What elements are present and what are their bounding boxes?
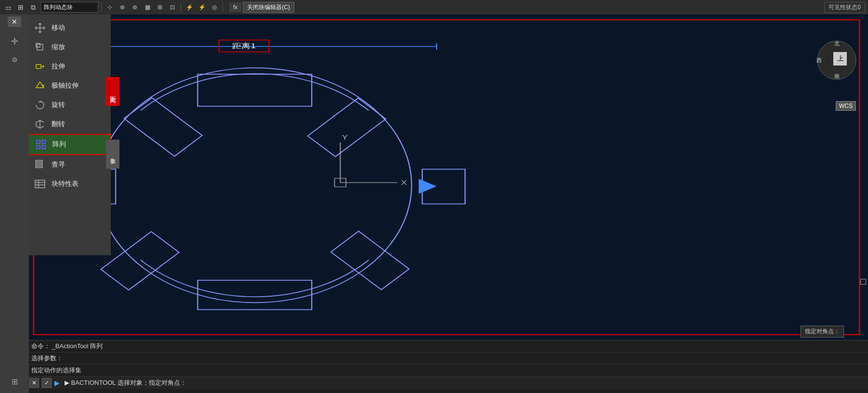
svg-rect-25 xyxy=(308,98,386,157)
close-block-editor-button[interactable]: 关闭块编辑器(C) xyxy=(243,2,294,13)
svg-rect-8 xyxy=(36,166,42,168)
params-tab[interactable]: 参数集 xyxy=(106,140,119,169)
toolbar-btn-6[interactable]: ⊡ xyxy=(167,2,178,13)
sidebar-item-stretch-label: 拉伸 xyxy=(52,62,65,71)
svg-text:Y: Y xyxy=(342,134,348,142)
toolbar-btn-circle[interactable]: ◎ xyxy=(209,2,220,13)
rotate-icon xyxy=(33,98,47,112)
search-icon xyxy=(33,158,47,171)
cmd-input-row: ✕ ✓ ▶ ▶ BACTIONTOOL 选择对象；指定对角点： xyxy=(26,377,868,389)
svg-text:上: 上 xyxy=(837,55,844,62)
toolbar-title: 阵列动态块 xyxy=(40,2,98,13)
scale-icon xyxy=(33,40,47,54)
cmd-input-field[interactable] xyxy=(189,380,865,387)
svg-rect-2 xyxy=(37,140,40,144)
sidebar-item-polar-stretch[interactable]: 极轴拉伸 xyxy=(26,76,111,95)
cmd-arrow: ▶ xyxy=(54,379,60,387)
sidebar-item-array-label: 阵列 xyxy=(53,140,66,149)
sidebar-item-rotate-label: 旋转 xyxy=(52,101,65,109)
stretch-icon xyxy=(33,60,47,73)
main-canvas[interactable]: 距离1 xyxy=(26,14,868,340)
toolbar-sep-2 xyxy=(181,2,181,12)
svg-rect-20 xyxy=(197,74,312,106)
svg-rect-7 xyxy=(36,163,42,165)
sidebar-item-stretch[interactable]: 拉伸 xyxy=(26,57,111,76)
svg-rect-9 xyxy=(35,180,45,188)
right-tab[interactable]: 距离 xyxy=(106,77,119,106)
svg-rect-0 xyxy=(36,43,40,47)
svg-text:南: 南 xyxy=(834,73,840,79)
sidebar-item-search[interactable]: 查寻 xyxy=(26,155,111,174)
left-panel: ✕ ✛ ⚙ ⊞ xyxy=(0,14,29,393)
array-icon xyxy=(34,138,48,151)
panel-grid-icon[interactable]: ⊞ xyxy=(5,372,24,391)
sidebar-item-flip[interactable]: 翻转 xyxy=(26,115,111,134)
polar-stretch-icon xyxy=(33,79,47,92)
fx-button[interactable]: fx xyxy=(230,3,241,12)
compass: 北 南 西 上 xyxy=(815,39,858,82)
toolbar-formula-area: fx xyxy=(230,3,241,12)
toolbar-sep-3 xyxy=(223,2,223,12)
cmd-line-2: 选择参数： xyxy=(26,353,868,365)
sidebar-item-block-table-label: 块特性表 xyxy=(52,180,79,188)
bottom-command-area: 命令： _BActionTool 阵列 选择参数： 指定动作的选择集 ✕ ✓ ▶… xyxy=(26,340,868,393)
svg-text:北: 北 xyxy=(834,40,840,46)
corner-input-label: 指定对角点： xyxy=(805,328,840,336)
svg-rect-27 xyxy=(331,231,409,289)
visibility-state: 可见性状态0 xyxy=(824,2,865,13)
sidebar-item-flip-label: 翻转 xyxy=(52,120,65,129)
top-toolbar: ⚏ ⊞ ⧉ 阵列动态块 ⊹ ⊛ ⊚ ▦ ⊞ ⊡ ⚡ ⚡ ◎ fx 关闭块编辑器(… xyxy=(0,0,868,14)
sidebar-item-rotate[interactable]: 旋转 xyxy=(26,95,111,115)
panel-close-button[interactable]: ✕ xyxy=(8,16,21,27)
toolbar-icon-3[interactable]: ⧉ xyxy=(28,2,39,13)
sidebar-item-move[interactable]: 移动 xyxy=(26,18,111,38)
svg-rect-21 xyxy=(197,280,312,310)
toolbar-btn-lightning[interactable]: ⚡ xyxy=(184,2,195,13)
cmd-line-3: 指定动作的选择集 xyxy=(26,365,868,377)
svg-rect-13 xyxy=(34,20,859,335)
sidebar-item-polar-stretch-label: 极轴拉伸 xyxy=(52,81,79,90)
toolbar-btn-5[interactable]: ⊞ xyxy=(155,2,165,13)
svg-rect-26 xyxy=(101,232,179,290)
toolbar-btn-4[interactable]: ▦ xyxy=(142,2,153,13)
sidebar-item-array[interactable]: 阵列 xyxy=(26,134,111,155)
svg-rect-4 xyxy=(37,145,40,149)
svg-rect-24 xyxy=(124,98,202,156)
canvas-corner-square xyxy=(860,279,866,285)
svg-text:X: X xyxy=(401,179,407,186)
cmd-input-label: ▶ BACTIONTOOL 选择对象；指定对角点： xyxy=(65,379,186,387)
flip-icon xyxy=(33,118,47,131)
panel-settings-icon[interactable]: ⚙ xyxy=(6,51,23,68)
panel-move-icon[interactable]: ✛ xyxy=(6,33,23,50)
cmd-cancel-button[interactable]: ✕ xyxy=(29,378,39,388)
toolbar-sep-1 xyxy=(101,2,102,12)
svg-text:距离1: 距离1 xyxy=(232,42,256,50)
sidebar-item-block-table[interactable]: 块特性表 xyxy=(26,174,111,194)
move-icon xyxy=(33,21,47,35)
toolbar-btn-lightning2[interactable]: ⚡ xyxy=(197,2,207,13)
table-icon xyxy=(33,177,47,191)
toolbar-icon-1[interactable]: ⚏ xyxy=(3,2,13,13)
svg-rect-6 xyxy=(36,160,42,162)
sidebar-menu: 移动 缩放 拉伸 极轴拉伸 xyxy=(26,14,111,255)
sidebar-item-move-label: 移动 xyxy=(52,24,65,32)
toolbar-btn-2[interactable]: ⊛ xyxy=(117,2,128,13)
wcs-label[interactable]: WCS xyxy=(836,101,856,111)
canvas-svg: 距离1 xyxy=(26,14,868,340)
toolbar-icon-2[interactable]: ⊞ xyxy=(15,2,26,13)
toolbar-btn-3[interactable]: ⊚ xyxy=(130,2,140,13)
corner-input: 指定对角点： xyxy=(801,326,844,338)
svg-marker-34 xyxy=(419,179,436,194)
cmd-line-1: 命令： _BActionTool 阵列 xyxy=(26,341,868,353)
svg-text:西: 西 xyxy=(816,57,822,63)
cmd-confirm-button[interactable]: ✓ xyxy=(42,378,52,388)
sidebar-item-scale-label: 缩放 xyxy=(52,43,65,52)
sidebar-item-scale[interactable]: 缩放 xyxy=(26,38,111,57)
toolbar-btn-1[interactable]: ⊹ xyxy=(105,2,115,13)
svg-rect-3 xyxy=(42,140,45,144)
svg-rect-5 xyxy=(42,145,45,149)
sidebar-item-search-label: 查寻 xyxy=(52,160,65,169)
